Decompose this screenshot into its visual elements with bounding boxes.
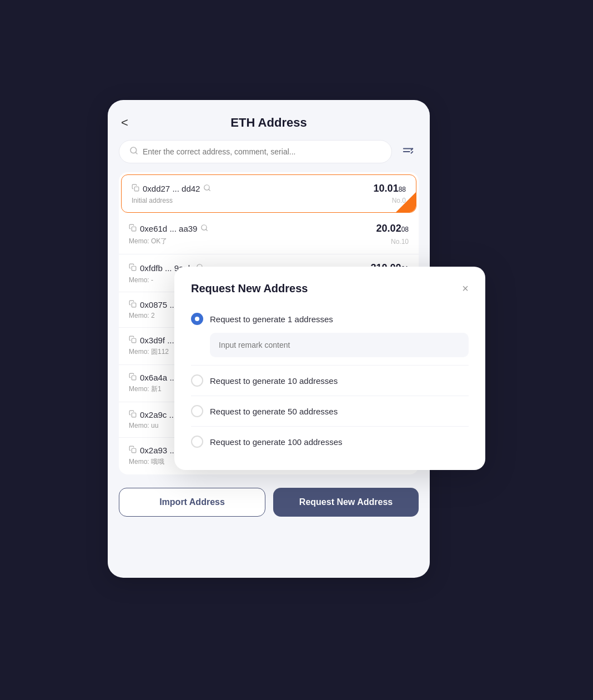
address-memo: Memo: 新1 <box>129 384 162 394</box>
corner-badge <box>396 192 416 212</box>
address-memo: Memo: uu <box>129 422 158 429</box>
copy-icon[interactable] <box>129 410 137 419</box>
modal-overlay: Request New Address × Request to generat… <box>174 267 485 470</box>
address-memo: Memo: - <box>129 276 153 284</box>
address-memo: Initial address <box>132 197 173 204</box>
modal-title: Request New Address <box>191 282 308 295</box>
svg-line-11 <box>206 229 208 231</box>
divider-2 <box>191 396 469 396</box>
header: < ETH Address <box>108 100 430 140</box>
request-new-address-modal: Request New Address × Request to generat… <box>174 267 485 470</box>
copy-icon[interactable] <box>129 336 137 345</box>
address-hash: 0xdd27 ... dd42 <box>143 184 200 193</box>
search-bar <box>119 140 419 163</box>
radio-circle-4 <box>191 436 203 448</box>
remark-input[interactable] <box>210 333 469 357</box>
copy-icon[interactable] <box>129 263 137 273</box>
copy-icon[interactable] <box>129 446 137 455</box>
svg-rect-9 <box>132 227 136 231</box>
svg-line-1 <box>135 152 137 154</box>
radio-label-2: Request to generate 10 addresses <box>210 376 338 386</box>
svg-rect-15 <box>132 303 136 307</box>
request-new-address-button[interactable]: Request New Address <box>273 488 419 517</box>
search-icon <box>129 146 138 157</box>
copy-icon[interactable] <box>129 300 137 309</box>
svg-line-8 <box>209 189 210 191</box>
radio-label-1: Request to generate 1 addresses <box>210 314 333 324</box>
address-hash: 0xe61d ... aa39 <box>140 224 197 233</box>
copy-icon[interactable] <box>129 224 137 233</box>
address-memo: Memo: 圆112 <box>129 347 169 357</box>
svg-rect-24 <box>132 413 136 417</box>
radio-label-3: Request to generate 50 addresses <box>210 407 338 416</box>
radio-label-4: Request to generate 100 addresses <box>210 437 343 447</box>
import-address-button[interactable]: Import Address <box>119 488 265 517</box>
radio-option-4[interactable]: Request to generate 100 addresses <box>191 430 469 453</box>
address-memo: Memo: OK了 <box>129 237 167 246</box>
svg-rect-27 <box>132 448 136 453</box>
svg-rect-6 <box>134 187 139 191</box>
address-no: No.10 <box>391 238 409 246</box>
filter-button[interactable] <box>398 141 419 162</box>
search-address-icon[interactable] <box>203 184 211 193</box>
divider-1 <box>191 365 469 366</box>
divider-3 <box>191 426 469 427</box>
modal-header: Request New Address × <box>191 282 469 295</box>
radio-option-1[interactable]: Request to generate 1 addresses <box>191 307 469 331</box>
svg-line-5 <box>411 152 413 153</box>
screen-wrapper: < ETH Address <box>108 100 485 600</box>
svg-rect-21 <box>132 376 136 380</box>
radio-circle-1 <box>191 313 203 325</box>
address-memo: Memo: 2 <box>129 312 155 319</box>
bottom-buttons: Import Address Request New Address <box>108 474 430 522</box>
copy-icon[interactable] <box>132 184 139 193</box>
copy-icon[interactable] <box>129 373 137 382</box>
svg-rect-12 <box>132 266 136 271</box>
search-address-icon[interactable] <box>200 224 208 233</box>
radio-option-2[interactable]: Request to generate 10 addresses <box>191 369 469 392</box>
radio-circle-2 <box>191 374 203 387</box>
svg-rect-18 <box>132 338 136 343</box>
back-button[interactable]: < <box>121 116 128 130</box>
radio-circle-3 <box>191 405 203 417</box>
address-item[interactable]: 0xdd27 ... dd42 10.0188 Initial address … <box>121 174 416 213</box>
address-item[interactable]: 0xe61d ... aa39 20.0208 Memo: OK了 No.10 <box>119 215 419 254</box>
modal-close-button[interactable]: × <box>462 282 469 295</box>
search-input[interactable] <box>143 147 381 156</box>
modal-options: Request to generate 1 addresses Request … <box>191 307 469 453</box>
search-input-wrapper <box>119 140 392 163</box>
page-title: ETH Address <box>230 116 306 130</box>
address-memo: Memo: 哦哦 <box>129 457 164 467</box>
radio-option-3[interactable]: Request to generate 50 addresses <box>191 399 469 423</box>
amount-main: 20.0208 <box>376 223 409 234</box>
